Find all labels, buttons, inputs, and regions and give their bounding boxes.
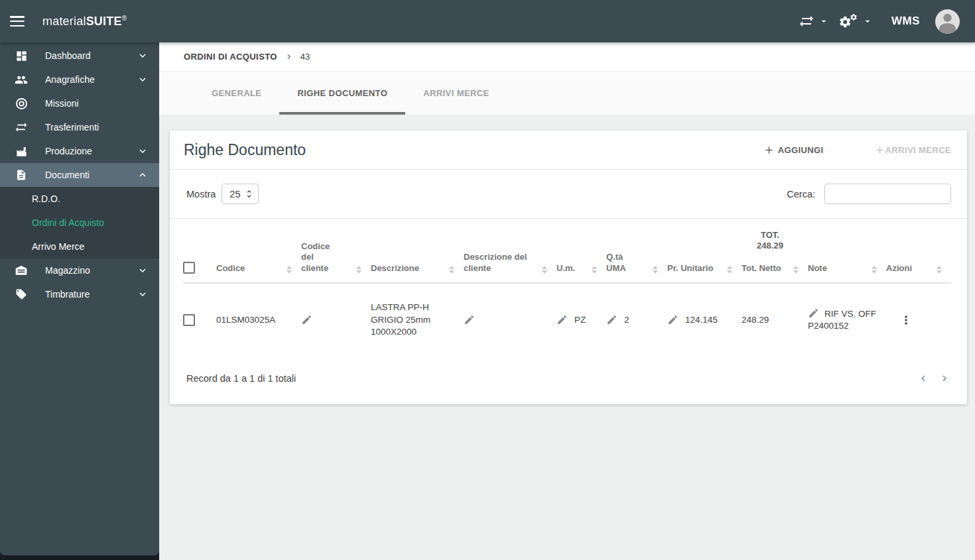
sidebar-item-missioni[interactable]: Missioni xyxy=(0,91,159,115)
col-azioni[interactable]: Azioni xyxy=(886,263,951,282)
table-row: 01LSM03025A LASTRA PP-H GRIGIO 25mm 1000… xyxy=(183,284,951,357)
search-input[interactable] xyxy=(824,184,951,204)
card-header: Righe Documento AGGIUNGI ARRIVI MERCE xyxy=(170,131,967,170)
settings-gears-icon[interactable] xyxy=(838,13,858,29)
cell-um: PZ xyxy=(556,308,606,333)
page-size-select[interactable]: 25 xyxy=(222,184,259,204)
col-codice[interactable]: Codice xyxy=(216,263,301,282)
previous-page-icon[interactable] xyxy=(917,372,929,384)
sidebar-item-dashboard[interactable]: Dashboard xyxy=(0,44,159,68)
plus-icon xyxy=(763,144,775,156)
chevron-down-icon xyxy=(137,50,149,62)
sidebar-item-label: Documenti xyxy=(45,170,137,180)
transfers-icon[interactable] xyxy=(799,13,814,29)
target-icon xyxy=(15,97,28,110)
cell-qta-uma: 2 xyxy=(606,308,667,333)
wms-label: WMS xyxy=(891,15,920,28)
row-checkbox[interactable] xyxy=(183,314,195,326)
transfers-dropdown-caret-icon[interactable] xyxy=(818,16,829,27)
righe-documento-card: Righe Documento AGGIUNGI ARRIVI MERCE Mo… xyxy=(170,131,967,404)
sidebar-item-label: Produzione xyxy=(45,146,137,156)
sidebar-subitem-arrivo-merce[interactable]: Arrivo Merce xyxy=(0,235,159,258)
sort-icon xyxy=(653,266,658,274)
sidebar-subitem-rdo[interactable]: R.D.O. xyxy=(0,187,159,211)
factory-icon xyxy=(15,145,28,158)
menu-icon[interactable] xyxy=(10,16,25,27)
edit-icon[interactable] xyxy=(301,314,312,325)
pagination xyxy=(917,372,950,384)
chevron-right-icon xyxy=(284,52,294,62)
sidebar-item-documenti[interactable]: Documenti xyxy=(0,163,159,187)
warehouse-icon xyxy=(15,264,28,277)
cell-descrizione: LASTRA PP-H GRIGIO 25mm 1000X2000 xyxy=(371,295,464,345)
col-descrizione-cliente[interactable]: Descrizione del cliente xyxy=(464,252,556,282)
cell-tot-netto: 248.29 xyxy=(742,308,808,333)
table-footer: Record da 1 a 1 di 1 totali xyxy=(170,357,967,404)
table-header-row: Codice Codice del cliente Descrizione De… xyxy=(183,219,951,284)
edit-icon[interactable] xyxy=(808,308,819,319)
cell-codice-cliente xyxy=(301,308,371,332)
settings-dropdown-caret-icon[interactable] xyxy=(862,16,873,27)
sidebar-item-timbrature[interactable]: Timbrature xyxy=(0,282,159,306)
edit-icon[interactable] xyxy=(606,314,618,325)
col-qta-uma[interactable]: Q.tà UMA xyxy=(606,252,667,282)
tag-icon xyxy=(15,288,28,300)
records-info: Record da 1 a 1 di 1 totali xyxy=(186,373,296,384)
sort-icon xyxy=(937,266,942,274)
cell-azioni xyxy=(886,307,951,333)
next-page-icon[interactable] xyxy=(939,372,950,384)
sidebar-subitem-ordini-di-acquisto[interactable]: Ordini di Acquisto xyxy=(0,211,159,235)
main-content: ORDINI DI ACQUISTO 43 GENERALE RIGHE DOC… xyxy=(159,42,975,560)
chevron-down-icon xyxy=(137,145,149,157)
sidebar-item-anagrafiche[interactable]: Anagrafiche xyxy=(0,68,159,91)
sort-icon xyxy=(542,266,547,274)
col-um[interactable]: U.m. xyxy=(556,263,606,282)
righe-table: Codice Codice del cliente Descrizione De… xyxy=(170,219,967,357)
unfold-more-icon xyxy=(244,189,254,199)
cell-descrizione-cliente xyxy=(464,308,556,332)
chevron-down-icon xyxy=(137,288,149,300)
col-tot-netto[interactable]: TOT.248.29 Tot. Netto xyxy=(742,230,808,282)
col-pr-unitario[interactable]: Pr. Unitario xyxy=(667,263,742,282)
sidebar-item-label: Trasferimenti xyxy=(45,122,149,133)
sidebar-item-magazzino[interactable]: Magazzino xyxy=(0,258,159,282)
row-actions-kebab-icon[interactable] xyxy=(899,313,913,327)
select-all-checkbox[interactable] xyxy=(183,262,195,274)
sidebar-item-label: Anagrafiche xyxy=(45,74,137,85)
arrivi-merce-button[interactable]: ARRIVI MERCE xyxy=(874,144,951,156)
row-checkbox-cell xyxy=(183,308,216,333)
chevron-up-icon xyxy=(137,169,149,181)
sidebar-item-trasferimenti[interactable]: Trasferimenti xyxy=(0,115,159,139)
user-avatar[interactable] xyxy=(935,9,960,34)
chevron-down-icon xyxy=(137,74,149,85)
tab-generale[interactable]: GENERALE xyxy=(194,72,279,115)
col-note[interactable]: Note xyxy=(808,263,886,282)
col-codice-cliente[interactable]: Codice del cliente xyxy=(301,241,371,282)
tab-righe-documento[interactable]: RIGHE DOCUMENTO xyxy=(279,72,405,115)
breadcrumb: ORDINI DI ACQUISTO 43 xyxy=(159,42,975,72)
swap-icon xyxy=(15,121,28,134)
table-controls: Mostra 25 Cerca: xyxy=(170,170,967,219)
sort-icon xyxy=(592,266,597,274)
cell-pr-unitario: 124.145 xyxy=(667,308,742,333)
document-icon xyxy=(15,169,28,181)
sort-icon xyxy=(872,266,877,274)
cell-codice: 01LSM03025A xyxy=(216,308,301,333)
edit-icon[interactable] xyxy=(556,314,568,325)
search-label: Cerca: xyxy=(787,189,815,199)
plus-icon xyxy=(874,144,885,156)
aggiungi-button[interactable]: AGGIUNGI xyxy=(763,144,824,156)
edit-icon[interactable] xyxy=(464,314,475,325)
sort-icon xyxy=(727,266,732,274)
breadcrumb-section[interactable]: ORDINI DI ACQUISTO xyxy=(184,52,277,62)
sort-icon xyxy=(449,266,454,274)
document-tabs: GENERALE RIGHE DOCUMENTO ARRIVI MERCE xyxy=(159,72,975,115)
edit-icon[interactable] xyxy=(667,314,679,325)
sidebar-item-label: Dashboard xyxy=(45,50,137,61)
tab-arrivi-merce[interactable]: ARRIVI MERCE xyxy=(405,72,507,115)
col-descrizione[interactable]: Descrizione xyxy=(371,263,464,282)
breadcrumb-id: 43 xyxy=(300,52,310,62)
sort-icon xyxy=(793,266,799,274)
sidebar-item-produzione[interactable]: Produzione xyxy=(0,139,159,163)
sidebar-item-label: Timbrature xyxy=(45,289,137,300)
